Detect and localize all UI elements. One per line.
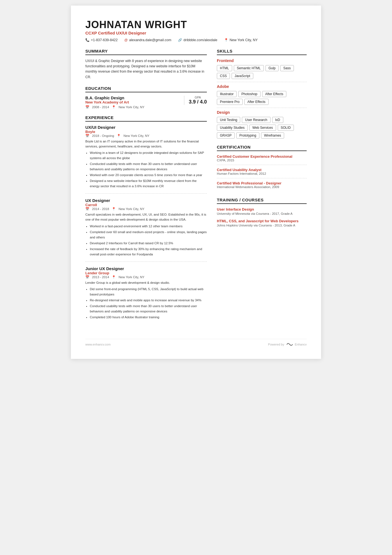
exp-company-0: Boyle (85, 130, 207, 134)
phone-value: +1-837-639-8422 (91, 38, 118, 42)
experience-section: EXPERIENCE UX/UI Designer Boyle 📅 2018 -… (85, 115, 207, 324)
cert-name-1: Certified Usability Analyst (217, 168, 307, 172)
contact-phone: 📞 +1-837-639-8422 (85, 38, 118, 42)
skill-cat-design: Design (217, 110, 307, 115)
cert-meta-1: Human Factors International, 2012 (217, 172, 307, 175)
skill-tag-html: HTML (217, 65, 232, 71)
contact-location: 📍 New York City, NY (224, 38, 258, 42)
exp-bullet-1-0: Worked in a fast-paced environment with … (90, 224, 207, 229)
skill-tag-user-research: User Research (242, 117, 270, 123)
skill-tags-design: Unit Testing User Research IxD Usability… (217, 117, 307, 139)
phone-icon: 📞 (85, 38, 90, 42)
exp-item-boyle: UX/UI Designer Boyle 📅 2018 - Ongoing 📍 … (85, 125, 207, 194)
cert-name-0: Certified Customer Experience Profession… (217, 154, 307, 159)
edu-gpa-value: 3.9 / 4.0 (189, 99, 207, 105)
exp-item-carroll: UX Designer Carroll 📅 2014 - 2018 📍 New … (85, 198, 207, 262)
enhancv-brand-name: Enhancv (295, 343, 307, 346)
skill-tag-illustrator: Illustrator (217, 91, 237, 97)
exp-bullet-2-3: Completed 100 hours of Adobe Illustrator… (90, 315, 207, 320)
exp-bullets-0: Working in a team of 12 designers to pro… (85, 150, 207, 189)
edu-pin-icon: 📍 (112, 105, 116, 109)
email-value: alexandra.dale@gmail.com (129, 38, 171, 42)
training-item-1: HTML, CSS, and Javascript for Web Develo… (217, 219, 307, 228)
skill-tag-css: CSS (217, 73, 230, 79)
edu-left: B.A. Graphic Design New York Academy of … (85, 96, 145, 109)
powered-by-label: Powered by (268, 343, 284, 346)
header-contacts: 📞 +1-837-639-8422 @ alexandra.dale@gmail… (85, 38, 307, 42)
exp-bullet-2-2: Conducted usability tests with more than… (90, 304, 207, 314)
skill-tag-wireframes: Wireframes (261, 132, 284, 139)
email-icon: @ (124, 38, 128, 42)
exp-location-2: New York City, NY (118, 275, 144, 279)
exp-bullet-1-1: Completed over 60 small and medium-sized… (90, 230, 207, 240)
edu-calendar-icon: 📅 (85, 105, 89, 109)
footer: www.enhancv.com Powered by Enhancv (85, 339, 307, 347)
cert-item-1: Certified Usability Analyst Human Factor… (217, 168, 307, 178)
skill-divider-2 (217, 108, 307, 108)
website-value: dribbble.com/alexdale (183, 38, 217, 42)
header-title: CCXP Certified UX/UI Designer (85, 31, 307, 35)
skill-tag-prototyping: Prototyping (236, 132, 259, 139)
enhancv-icon (286, 342, 294, 347)
training-meta-1: Johns Hopkins University via Coursera - … (217, 223, 307, 228)
skills-title: SKILLS (217, 49, 307, 55)
exp-role-0: UX/UI Designer (85, 125, 207, 130)
skill-tag-semantic-html: Semantic HTML (234, 65, 264, 71)
exp-bullets-1: Worked in a fast-paced environment with … (85, 224, 207, 257)
skill-cat-frontend: Frontend (217, 58, 307, 63)
training-title: TRAINING / COURSES (217, 198, 307, 204)
training-name-1: HTML, CSS, and Javascript for Web Develo… (217, 219, 307, 223)
exp-desc-0: Boyle Ltd is an IT company active in the… (85, 139, 207, 149)
exp-company-2: Lender Group (85, 271, 207, 275)
exp-bullets-2: Did some front-end programming (HTML 5, … (85, 287, 207, 320)
skill-tag-unit-testing: Unit Testing (217, 117, 240, 123)
exp-bullet-0-2: Worked with over 20 corporate clients ac… (90, 172, 207, 178)
education-title: EDUCATION (85, 86, 207, 92)
skill-tag-grasp: GRASP (217, 132, 235, 139)
certification-section: CERTIFICATION Certified Customer Experie… (217, 145, 307, 191)
skill-tags-frontend: HTML Semantic HTML Gulp Sass CSS JavaScr… (217, 65, 307, 79)
skill-cat-adobe: Adobe (217, 84, 307, 89)
exp-years-0: 2018 - Ongoing (92, 134, 114, 137)
exp-pin-icon-2: 📍 (112, 275, 116, 279)
edu-years: 2008 - 2014 (92, 105, 109, 109)
exp-meta-2: 📅 2013 - 2014 📍 New York City, NY (85, 275, 207, 279)
edu-item: B.A. Graphic Design New York Academy of … (85, 96, 207, 109)
exp-desc-1: Carroll specializes in web development, … (85, 212, 207, 222)
edu-school: New York Academy of Art (85, 100, 145, 104)
header-section: JOHNATAN WRIGHT CCXP Certified UX/UI Des… (85, 19, 307, 42)
cert-item-2: Certified Web Professional - Designer In… (217, 181, 307, 191)
exp-bullet-1-2: Developed 2 Interfaces for Carroll that … (90, 241, 207, 246)
exp-bullet-2-0: Did some front-end programming (HTML 5, … (90, 287, 207, 297)
left-column: SUMMARY UX/UI & Graphic Designer with 8 … (85, 49, 207, 330)
skill-tag-ixd: IxD (272, 117, 283, 123)
footer-powered: Powered by Enhancv (268, 342, 307, 347)
exp-years-1: 2014 - 2018 (92, 207, 109, 211)
exp-meta-0: 📅 2018 - Ongoing 📍 New York City, NY (85, 134, 207, 138)
exp-bullet-0-3: Designed a new website interface for $10… (90, 178, 207, 189)
contact-website: 🔗 dribbble.com/alexdale (178, 38, 217, 42)
exp-pin-icon-1: 📍 (112, 207, 116, 211)
enhancv-logo: Enhancv (286, 342, 307, 347)
experience-title: EXPERIENCE (85, 115, 207, 122)
resume-page: JOHNATAN WRIGHT CCXP Certified UX/UI Des… (71, 6, 321, 359)
skill-tag-solid: SOLID (278, 125, 294, 131)
summary-section: SUMMARY UX/UI & Graphic Designer with 8 … (85, 49, 207, 80)
cert-meta-2: International Webmasters Association, 20… (217, 185, 307, 189)
exp-cal-icon-0: 📅 (85, 134, 89, 138)
summary-text: UX/UI & Graphic Designer with 8 years of… (85, 58, 207, 80)
location-value: New York City, NY (230, 38, 258, 42)
exp-desc-2: Lender Group is a global web development… (85, 280, 207, 285)
footer-left: www.enhancv.com (85, 343, 111, 346)
exp-meta-1: 📅 2014 - 2018 📍 New York City, NY (85, 207, 207, 211)
exp-item-lender: Junior UX Designer Lender Group 📅 2013 -… (85, 266, 207, 325)
location-icon: 📍 (224, 38, 228, 42)
skill-tag-js: JavaScript (232, 73, 253, 79)
exp-pin-icon-0: 📍 (117, 134, 121, 138)
exp-company-1: Carroll (85, 203, 207, 207)
skill-tag-photoshop: Photoshop (238, 91, 260, 97)
certification-title: CERTIFICATION (217, 145, 307, 151)
training-section: TRAINING / COURSES User Interface Design… (217, 198, 307, 228)
exp-bullet-0-0: Working in a team of 12 designers to pro… (90, 150, 207, 161)
link-icon: 🔗 (178, 38, 182, 42)
